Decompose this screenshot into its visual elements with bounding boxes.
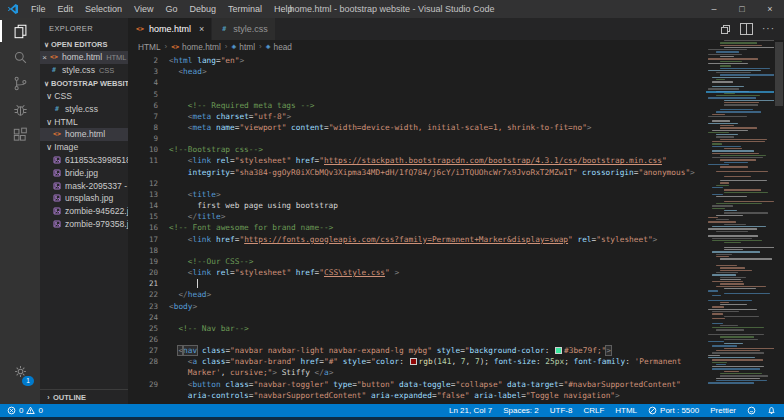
code-line[interactable]: 23<body> [128,300,706,311]
tree-file[interactable]: zombie-979358.jpg [40,218,128,231]
code-line[interactable]: 6 <!-- Required meta tags --> [128,100,706,111]
code-line[interactable]: 16<!-- Font awesome for brand name--> [128,222,706,233]
outline-section[interactable]: › OUTLINE [40,389,128,404]
more-actions-icon[interactable]: ··· [762,24,775,34]
language-mode[interactable]: HTML [615,406,637,415]
code-text: integrity="sha384-ggOyR0iXCbMQv3Xipma34M… [158,168,695,177]
code-line[interactable]: 20 <link rel="stylesheet" href="CSS\styl… [128,267,706,278]
tree-file[interactable]: unsplash.jpg [40,192,128,205]
tree-file[interactable]: <>home.html [40,128,128,141]
code-line[interactable]: 17 <link href="https://fonts.googleapis.… [128,234,706,245]
menu-edit[interactable]: Edit [52,0,80,18]
close-editor-icon[interactable]: × [40,53,49,62]
breadcrumb-item[interactable]: ◈html [232,42,256,52]
warnings-indicator[interactable]: 0 [26,406,42,415]
code-line[interactable]: 14 first web page using bootstrap [128,200,706,211]
workspace-root[interactable]: ∨ BOOTSTRAP WEBSITE [40,77,128,90]
menu-go[interactable]: Go [159,0,183,18]
live-server-port[interactable]: Port : 5500 [648,406,699,415]
breadcrumb-item[interactable]: HTML [138,42,161,52]
code-line[interactable]: 21 [128,278,706,289]
tree-file[interactable]: bride.jpg [40,166,128,179]
code-line[interactable]: 13 <title> [128,189,706,200]
code-line[interactable]: 8 <meta name="viewport" content="width=d… [128,122,706,133]
html-symbol-icon: <> [171,43,179,51]
line-number: 18 [128,246,158,255]
open-editors-section[interactable]: ∨ OPEN EDITORS [40,38,128,51]
line-number: 17 [128,235,158,244]
file-tree: ∨CSS#style.css∨HTML<>home.html∨Image6118… [40,90,128,231]
eol-sequence[interactable]: CRLF [583,406,604,415]
open-editor-item[interactable]: #style.cssCSS [40,64,128,77]
tree-folder[interactable]: ∨Image [40,141,128,154]
menu-debug[interactable]: Debug [183,0,222,18]
breadcrumb-item[interactable]: <>home.html [171,42,221,52]
split-editor-icon[interactable] [740,23,753,35]
code-line[interactable]: 12 [128,178,706,189]
close-tab-icon[interactable]: × [199,24,204,34]
tree-folder[interactable]: ∨CSS [40,90,128,103]
feedback-smiley-icon[interactable] [747,406,756,415]
formatter[interactable]: Prettier [710,406,736,415]
debug-icon[interactable] [0,96,40,122]
code-line[interactable]: 29 <button class="navbar-toggler" type="… [128,379,706,390]
open-editor-item[interactable]: ×<>home.htmlHTML [40,51,128,64]
menu-selection[interactable]: Selection [79,0,128,18]
open-changes-icon[interactable] [720,24,731,35]
chevron-down-icon: ∨ [42,77,51,90]
code-line[interactable]: 9 [128,133,706,144]
close-button[interactable]: × [756,0,784,18]
code-line[interactable]: integrity="sha384-ggOyR0iXCbMQv3Xipma34M… [128,167,706,178]
cursor-position[interactable]: Ln 21, Col 7 [449,406,492,415]
minimap[interactable] [706,40,774,404]
code-line[interactable]: 3 <head> [128,66,706,77]
scrollbar[interactable] [774,40,784,404]
errors-indicator[interactable]: 0 [7,406,23,415]
code-line[interactable]: aria-controls="navbarSupportedContent" a… [128,390,706,401]
tab-label: home.html [149,24,191,34]
code-line[interactable]: 22 </head> [128,289,706,300]
code-line[interactable]: 18 [128,245,706,256]
encoding[interactable]: UTF-8 [550,406,573,415]
css-file-icon: # [219,25,229,33]
code-line[interactable]: 11 <link rel="stylesheet" href="https://… [128,155,706,166]
explorer-icon[interactable] [0,18,40,44]
manage-gear-icon[interactable]: 1 [0,358,40,384]
code-line[interactable]: 27 <nav class="navbar navbar-light navba… [128,345,706,356]
editor-actions: ··· [720,18,784,40]
menu-view[interactable]: View [128,0,159,18]
code-line[interactable]: 10<!--Bootstrap css--> [128,144,706,155]
breadcrumb[interactable]: HTML›<>home.html›◈html›◈head [128,40,784,53]
code-line[interactable]: 5 [128,88,706,99]
notifications-bell-icon[interactable] [767,406,776,415]
tab-style-css[interactable]: #style.css [212,18,276,40]
menu-terminal[interactable]: Terminal [222,0,268,18]
tree-file[interactable]: #style.css [40,102,128,115]
tree-file[interactable]: mask-2095337 - Co... [40,179,128,192]
code-line[interactable]: 19 <!--Our CSS--> [128,256,706,267]
breadcrumb-item[interactable]: ◈head [266,42,292,52]
menu-file[interactable]: File [25,0,52,18]
source-control-icon[interactable] [0,70,40,96]
restore-button[interactable]: □ [728,0,756,18]
code-line[interactable]: 28 <a class="navbar-brand" href="#" styl… [128,356,706,367]
tree-folder[interactable]: ∨HTML [40,115,128,128]
code-line[interactable]: 7 <meta charset="utf-8"> [128,111,706,122]
code-line[interactable]: 26 [128,334,706,345]
extensions-icon[interactable] [0,122,40,148]
code-line[interactable]: 2<html lang="en"> [128,55,706,66]
search-icon[interactable] [0,44,40,70]
indentation[interactable]: Spaces: 2 [503,406,539,415]
code-line[interactable]: Marker', cursive;"> Stiffy </a> [128,367,706,378]
tree-file[interactable]: 611853c3998518eff... [40,154,128,167]
scrollbar-thumb[interactable] [775,42,783,106]
minimize-button[interactable]: – [700,0,728,18]
code-line[interactable]: 4 [128,77,706,88]
file-label: bride.jpg [65,168,98,178]
tab-home-html[interactable]: <>home.html× [128,18,212,40]
tree-file[interactable]: zombie-945622.jpg [40,205,128,218]
code-editor[interactable]: 2<html lang="en">3 <head>456 <!-- Requir… [128,53,706,404]
code-line[interactable]: 15 </title> [128,211,706,222]
code-line[interactable]: 24 [128,312,706,323]
code-line[interactable]: 25 <!-- Nav bar--> [128,323,706,334]
